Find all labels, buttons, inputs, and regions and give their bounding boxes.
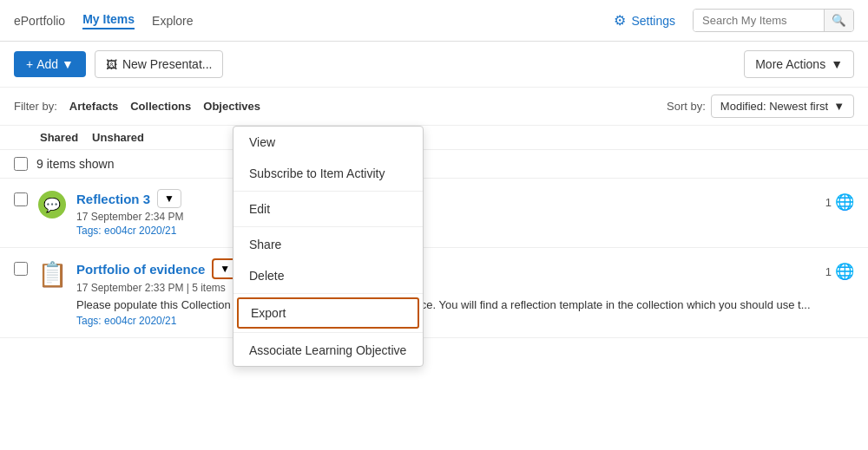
dropdown-item-delete[interactable]: Delete — [233, 260, 423, 291]
portfolio-badge-count: 1 — [825, 265, 832, 278]
dropdown-associate-label: Associate Learning Objective — [249, 343, 406, 357]
dropdown-subscribe-label: Subscribe to Item Activity — [249, 166, 385, 180]
reflection3-badge: 1 🌐 — [825, 192, 854, 212]
presentation-icon: 🖼 — [106, 58, 117, 71]
portfolio-content: Portfolio of evidence ▼ 17 September 2:3… — [76, 258, 825, 327]
reflection3-tags[interactable]: Tags: eo04cr 2020/21 — [76, 225, 825, 237]
dropdown-export-label: Export — [251, 306, 286, 320]
filter-collections[interactable]: Collections — [130, 100, 191, 113]
dropdown-item-subscribe[interactable]: Subscribe to Item Activity — [233, 158, 423, 189]
portfolio-title[interactable]: Portfolio of evidence — [76, 262, 205, 277]
items-count-text: 9 items shown — [36, 157, 114, 171]
nav-logo: ePortfolio — [14, 14, 65, 28]
more-actions-button[interactable]: More Actions ▼ — [744, 50, 854, 78]
filter-bar: Filter by: Artefacts Collections Objecti… — [0, 88, 868, 126]
portfolio-tags[interactable]: Tags: eo04cr 2020/21 — [76, 315, 825, 327]
portfolio-title-row: Portfolio of evidence ▼ — [76, 258, 825, 279]
add-plus-icon: + — [26, 57, 33, 71]
portfolio-tags-label: Tags: — [76, 315, 104, 327]
reflection3-badge-count: 1 — [825, 196, 832, 209]
nav-item-myitems[interactable]: My Items — [82, 12, 135, 29]
portfolio-description: Please populate this Collection with you… — [76, 297, 825, 313]
reflection3-chevron-button[interactable]: ▼ — [157, 189, 181, 208]
reflection3-checkbox[interactable] — [14, 192, 28, 206]
filter-artefacts[interactable]: Artefacts — [69, 100, 118, 113]
unshared-filter[interactable]: Unshared — [92, 131, 144, 144]
list-item-reflection3: 💬 Reflection 3 ▼ 17 September 2:34 PM Ta… — [0, 179, 868, 248]
sort-value: Modified: Newest first — [720, 100, 828, 113]
dropdown-item-export[interactable]: Export — [237, 297, 419, 329]
sort-chevron-icon: ▼ — [833, 100, 845, 113]
reflection3-icon: 💬 — [36, 189, 68, 220]
new-presentation-button[interactable]: 🖼 New Presentat... — [95, 50, 224, 78]
reflection3-tags-value: eo04cr 2020/21 — [104, 225, 176, 237]
filter-label: Filter by: — [14, 100, 57, 113]
dropdown-menu: View Subscribe to Item Activity Edit Sha… — [233, 126, 424, 367]
reflection3-title[interactable]: Reflection 3 — [76, 192, 150, 206]
settings-label: Settings — [631, 14, 675, 28]
dropdown-delete-label: Delete — [249, 269, 284, 283]
portfolio-badge: 1 🌐 — [825, 262, 854, 281]
new-presentation-label: New Presentat... — [122, 57, 213, 71]
add-button[interactable]: + + Add Add ▼ — [14, 51, 86, 77]
gear-icon: ⚙ — [614, 12, 626, 29]
dropdown-item-share[interactable]: Share — [233, 229, 423, 260]
add-chevron-icon: ▼ — [62, 57, 74, 71]
portfolio-tags-value: eo04cr 2020/21 — [104, 315, 176, 327]
reflection3-tags-label: Tags: — [76, 225, 104, 237]
dropdown-view-label: View — [249, 135, 275, 149]
reflection3-content: Reflection 3 ▼ 17 September 2:34 PM Tags… — [76, 189, 825, 237]
search-box: 🔍 — [693, 9, 854, 32]
reflection3-meta: 17 September 2:34 PM — [76, 211, 825, 223]
search-input[interactable] — [694, 10, 824, 31]
filter-objectives[interactable]: Objectives — [203, 100, 260, 113]
portfolio-badge-icon: 🌐 — [835, 262, 854, 281]
sort-container: Sort by: Modified: Newest first ▼ — [667, 95, 854, 118]
dropdown-share-label: Share — [249, 238, 281, 251]
reflection3-title-row: Reflection 3 ▼ — [76, 189, 825, 208]
nav-item-explore[interactable]: Explore — [152, 14, 193, 28]
settings-link[interactable]: ⚙ Settings — [614, 12, 675, 29]
select-all-checkbox[interactable] — [14, 157, 28, 171]
more-actions-label: More Actions — [755, 57, 825, 71]
sort-label: Sort by: — [667, 100, 706, 113]
search-button[interactable]: 🔍 — [824, 10, 853, 31]
shared-filter[interactable]: Shared — [40, 131, 78, 144]
portfolio-checkbox[interactable] — [14, 262, 28, 276]
list-item-portfolio: 📋 Portfolio of evidence ▼ 17 September 2… — [0, 248, 868, 338]
dropdown-item-associate[interactable]: Associate Learning Objective — [233, 335, 423, 366]
shared-row: Shared Unshared — [0, 126, 868, 150]
top-nav: ePortfolio My Items Explore ⚙ Settings 🔍 — [0, 0, 868, 42]
toolbar: + + Add Add ▼ 🖼 New Presentat... More Ac… — [0, 42, 868, 88]
items-count-row: 9 items shown — [0, 150, 868, 179]
portfolio-icon: 📋 — [36, 258, 68, 290]
more-actions-chevron-icon: ▼ — [831, 57, 843, 71]
sort-select[interactable]: Modified: Newest first ▼ — [711, 95, 854, 118]
add-text: Add — [36, 57, 58, 71]
reflection3-badge-icon: 🌐 — [835, 192, 854, 212]
dropdown-edit-label: Edit — [249, 202, 270, 216]
dropdown-item-edit[interactable]: Edit — [233, 193, 423, 225]
dropdown-item-view[interactable]: View — [233, 127, 423, 158]
portfolio-meta: 17 September 2:33 PM | 5 items — [76, 282, 825, 294]
